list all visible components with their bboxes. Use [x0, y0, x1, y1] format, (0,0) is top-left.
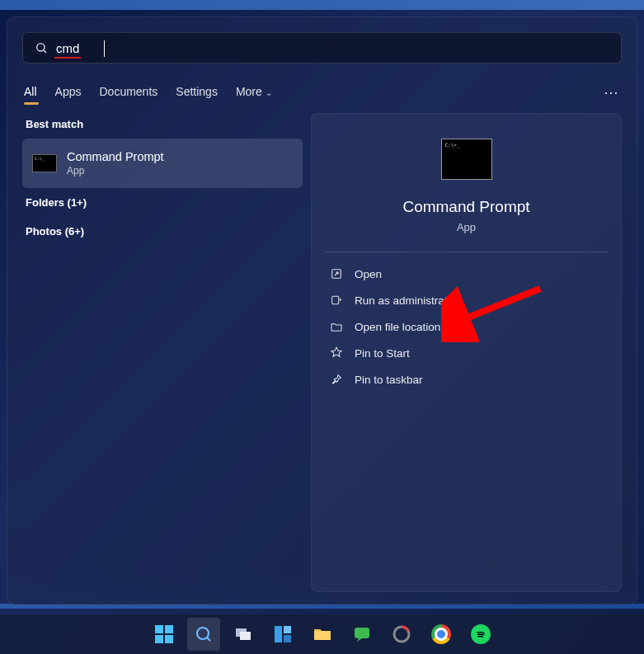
chrome-button[interactable]: [425, 618, 458, 651]
svg-rect-9: [240, 632, 251, 640]
action-label: Run as administrator: [355, 294, 458, 307]
action-pin-to-taskbar[interactable]: Pin to taskbar: [325, 366, 608, 393]
svg-line-7: [207, 638, 210, 641]
folder-icon: [330, 320, 343, 333]
spotify-icon: [471, 624, 491, 644]
tab-more-label: More: [236, 85, 262, 98]
action-label: Open file location: [355, 321, 440, 333]
result-subtitle: App: [67, 165, 164, 176]
widgets-icon: [273, 624, 293, 644]
svg-rect-13: [355, 628, 369, 638]
text-cursor: [104, 40, 105, 57]
svg-point-6: [197, 628, 209, 639]
search-icon: [35, 41, 48, 54]
app-button-1[interactable]: [346, 618, 378, 651]
svg-point-0: [37, 44, 45, 51]
spotify-button[interactable]: [464, 618, 497, 651]
windows-logo-icon: [155, 625, 173, 643]
circle-app-icon: [392, 624, 411, 644]
chevron-down-icon: ⌄: [266, 88, 272, 97]
svg-rect-10: [275, 626, 282, 642]
action-label: Open: [355, 268, 382, 280]
action-label: Pin to Start: [355, 347, 410, 360]
task-view-icon: [233, 624, 253, 644]
search-taskbar-button[interactable]: [187, 618, 220, 651]
filter-tabs: All Apps Documents Settings More⌄ ⋯: [22, 77, 622, 108]
action-run-as-administrator[interactable]: Run as administrator: [325, 287, 608, 313]
best-match-heading: Best match: [22, 113, 303, 139]
command-prompt-icon: [32, 154, 57, 172]
widgets-button[interactable]: [266, 618, 299, 651]
start-button[interactable]: [148, 618, 181, 651]
tab-documents[interactable]: Documents: [99, 77, 157, 108]
search-box[interactable]: [22, 32, 622, 64]
svg-rect-11: [284, 626, 291, 633]
command-prompt-icon: [441, 139, 492, 180]
spellcheck-underline: [54, 57, 81, 59]
svg-rect-3: [332, 296, 339, 303]
start-search-panel: All Apps Documents Settings More⌄ ⋯ Best…: [7, 16, 637, 605]
chrome-icon: [431, 624, 451, 644]
best-match-result[interactable]: Command Prompt App: [22, 139, 303, 188]
tab-all[interactable]: All: [24, 77, 37, 108]
action-open-file-location[interactable]: Open file location: [325, 313, 608, 340]
app-button-2[interactable]: [385, 618, 418, 651]
photos-category[interactable]: Photos (6+): [22, 217, 303, 246]
action-label: Pin to taskbar: [355, 374, 423, 386]
shield-admin-icon: [330, 294, 343, 307]
svg-rect-12: [284, 635, 291, 642]
detail-title: Command Prompt: [325, 198, 608, 216]
pin-icon: [330, 346, 343, 360]
file-explorer-button[interactable]: [306, 618, 339, 651]
open-icon: [330, 267, 343, 280]
search-icon: [194, 624, 214, 644]
folders-category[interactable]: Folders (1+): [22, 188, 303, 217]
result-title: Command Prompt: [67, 150, 164, 163]
tab-settings[interactable]: Settings: [176, 77, 218, 108]
action-pin-to-start[interactable]: Pin to Start: [325, 340, 608, 366]
pin-icon: [330, 373, 343, 386]
results-column: Best match Command Prompt App Folders (1…: [22, 113, 303, 604]
detail-subtitle: App: [325, 221, 608, 233]
action-open[interactable]: Open: [325, 261, 608, 287]
search-input[interactable]: [56, 41, 609, 55]
divider: [325, 252, 608, 252]
taskbar: [0, 614, 644, 654]
tab-more[interactable]: More⌄: [236, 77, 272, 108]
folder-icon: [313, 624, 332, 644]
task-view-button[interactable]: [227, 618, 260, 651]
more-options-button[interactable]: ⋯: [604, 83, 620, 101]
detail-panel: Command Prompt App Open Run as administr…: [311, 113, 622, 592]
svg-line-1: [44, 50, 46, 53]
tab-apps[interactable]: Apps: [55, 77, 82, 108]
chat-icon: [352, 624, 372, 644]
